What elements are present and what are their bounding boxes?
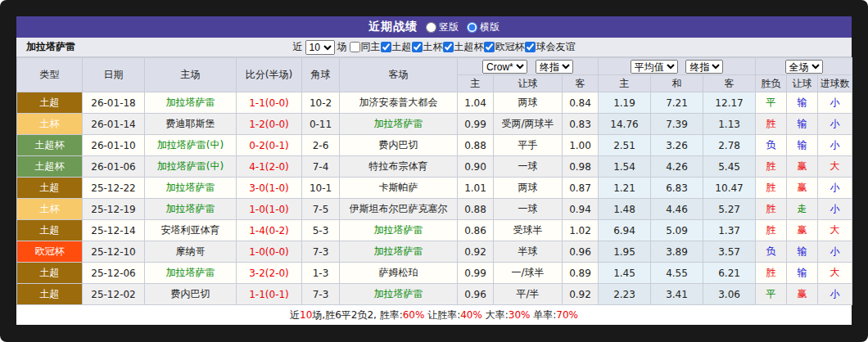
handicap-cell: 受球半 bbox=[494, 220, 563, 241]
avg-home-odds-cell: 1.48 bbox=[599, 199, 651, 220]
handicap-result-cell: 输 bbox=[787, 114, 818, 135]
competition-checkbox-label: 土杯 bbox=[423, 40, 443, 54]
scope-select[interactable]: 全场 bbox=[785, 60, 823, 74]
crow-away-odds-cell: 0.83 bbox=[563, 114, 599, 135]
home-team-cell: 加拉塔萨雷 bbox=[145, 92, 237, 114]
goals-result-cell: 大 bbox=[818, 156, 852, 178]
away-team-cell: 卡斯帕萨 bbox=[340, 178, 458, 199]
away-team-cell: 加拉塔萨雷 bbox=[340, 220, 458, 241]
layout-radio-input[interactable] bbox=[467, 22, 477, 33]
avg-away-odds-cell: 10.47 bbox=[703, 178, 756, 199]
avg-away-odds-cell: 1.13 bbox=[703, 114, 756, 135]
match-type-badge: 欧冠杯 bbox=[17, 241, 83, 263]
away-team-cell: 加济安泰普大都会 bbox=[340, 92, 458, 114]
crow-away-odds-cell: 0.89 bbox=[563, 263, 599, 284]
competition-filter[interactable]: 球会友谊 bbox=[525, 40, 576, 54]
corners-cell: 7-4 bbox=[302, 156, 340, 178]
competition-filter[interactable]: 土杯 bbox=[412, 40, 443, 54]
col-header-handicap-result: 让球 bbox=[787, 75, 818, 92]
col-header-home: 主场 bbox=[145, 58, 237, 92]
competition-filter[interactable]: 欧冠杯 bbox=[484, 40, 525, 54]
match-count-select[interactable]: 10 bbox=[305, 40, 335, 55]
result-row: 土超杯26-01-06加拉塔萨雷(中)4-1(2-0)7-4特拉布宗体育0.90… bbox=[17, 156, 852, 178]
summary-stat-value: 40% bbox=[460, 309, 482, 321]
bookmaker-select[interactable]: Crow* bbox=[482, 60, 527, 74]
crow-home-odds-cell: 1.04 bbox=[458, 92, 494, 114]
competition-checkbox[interactable] bbox=[381, 42, 391, 52]
score-cell: 0-2(0-1) bbox=[237, 135, 302, 156]
crow-home-odds-cell: 0.86 bbox=[458, 220, 494, 241]
summary-stat-value: 70% bbox=[556, 309, 578, 321]
away-team-cell: 费内巴切 bbox=[340, 135, 458, 156]
team-name: 加拉塔萨雷 bbox=[26, 40, 75, 54]
match-type-badge: 土杯 bbox=[17, 199, 83, 220]
col-header-avg-draw: 和 bbox=[651, 75, 703, 92]
crow-away-odds-cell: 1.02 bbox=[563, 220, 599, 241]
avg-home-odds-cell: 14.76 bbox=[599, 114, 651, 135]
col-header-result: 胜负 bbox=[756, 75, 787, 92]
handicap-result-cell: 输 bbox=[787, 263, 818, 284]
crow-away-odds-cell: 0.92 bbox=[563, 284, 599, 305]
competition-filter[interactable]: 土超 bbox=[381, 40, 412, 54]
score-cell: 1-0(0-0) bbox=[237, 241, 302, 263]
date-cell: 26-01-14 bbox=[83, 114, 145, 135]
filter-bar: 加拉塔萨雷 近 10 场 同主土超土杯土超杯欧冠杯球会友谊 bbox=[16, 38, 852, 57]
average-final-select[interactable]: 终指 bbox=[685, 60, 723, 74]
away-team-cell: 加拉塔萨雷 bbox=[340, 114, 458, 135]
crow-home-odds-cell: 0.88 bbox=[458, 135, 494, 156]
goals-result-cell: 大 bbox=[818, 220, 852, 241]
avg-home-odds-cell: 1.95 bbox=[599, 241, 651, 263]
match-type-badge: 土超杯 bbox=[17, 135, 83, 156]
match-type-badge: 土超 bbox=[17, 92, 83, 114]
crow-away-odds-cell: 0.87 bbox=[563, 178, 599, 199]
col-header-score: 比分(半场) bbox=[237, 58, 302, 92]
match-type-badge: 土超 bbox=[17, 178, 83, 199]
competition-checkbox[interactable] bbox=[350, 42, 360, 52]
competition-filter[interactable]: 同主 bbox=[350, 40, 381, 54]
average-select[interactable]: 平均值 bbox=[631, 60, 678, 74]
page-content: 近期战绩 竖版横版 加拉塔萨雷 近 10 场 同主土超土杯土超杯欧冠杯球会友谊 bbox=[16, 16, 852, 325]
competition-checkbox[interactable] bbox=[412, 42, 423, 52]
competition-checkbox[interactable] bbox=[525, 42, 536, 52]
result-cell: 负 bbox=[756, 135, 787, 156]
match-type-badge: 土超 bbox=[17, 220, 83, 241]
col-header-date: 日期 bbox=[83, 58, 145, 92]
competition-checkbox[interactable] bbox=[484, 42, 495, 52]
bookmaker-final-select[interactable]: 终指 bbox=[536, 60, 573, 74]
match-type-badge: 土超杯 bbox=[17, 156, 83, 178]
competition-checkbox-label: 欧冠杯 bbox=[495, 40, 525, 54]
summary-text: 近 bbox=[290, 309, 300, 321]
corners-cell: 0-11 bbox=[302, 114, 340, 135]
corners-cell: 1-3 bbox=[302, 263, 340, 284]
col-header-crow-handicap: 让球 bbox=[494, 75, 563, 92]
home-team-cell: 费内巴切 bbox=[145, 284, 237, 305]
summary-text: 单率: bbox=[530, 309, 556, 321]
home-team-cell: 摩纳哥 bbox=[145, 241, 237, 263]
score-cell: 1-4(0-2) bbox=[237, 220, 302, 241]
layout-radio-option[interactable]: 竖版 bbox=[426, 20, 459, 34]
layout-radio-option[interactable]: 横版 bbox=[467, 20, 500, 34]
score-cell: 4-1(2-0) bbox=[237, 156, 302, 178]
corners-cell: 7-3 bbox=[302, 241, 340, 263]
result-row: 土超杯26-01-10加拉塔萨雷(中)0-2(0-1)2-6费内巴切0.88平手… bbox=[17, 135, 852, 156]
result-cell: 胜 bbox=[756, 220, 787, 241]
col-header-goals: 进球数 bbox=[818, 75, 852, 92]
away-team-cell: 加拉塔萨雷 bbox=[340, 241, 458, 263]
away-team-cell: 萨姆松珀 bbox=[340, 263, 458, 284]
date-cell: 26-01-10 bbox=[83, 135, 145, 156]
matches-label: 场 bbox=[337, 40, 347, 54]
crow-away-odds-cell: 1.00 bbox=[563, 135, 599, 156]
date-cell: 25-12-06 bbox=[83, 263, 145, 284]
crow-home-odds-cell: 0.99 bbox=[458, 114, 494, 135]
summary-text: 让胜率: bbox=[424, 309, 460, 321]
result-cell: 负 bbox=[756, 241, 787, 263]
corners-cell: 7-5 bbox=[302, 199, 340, 220]
table-header-group-row: 类型 日期 主场 比分(半场) 角球 客场 Crow* 终指 平均值 终指 bbox=[17, 58, 852, 75]
results-table: 类型 日期 主场 比分(半场) 角球 客场 Crow* 终指 平均值 终指 bbox=[16, 57, 852, 305]
competition-checkbox[interactable] bbox=[443, 42, 454, 52]
handicap-cell: 受两/两球半 bbox=[494, 114, 563, 135]
layout-radio-input[interactable] bbox=[426, 22, 436, 33]
filter-controls: 近 10 场 同主土超土杯土超杯欧冠杯球会友谊 bbox=[293, 40, 576, 55]
competition-filter[interactable]: 土超杯 bbox=[443, 40, 484, 54]
avg-away-odds-cell: 1.37 bbox=[703, 220, 756, 241]
